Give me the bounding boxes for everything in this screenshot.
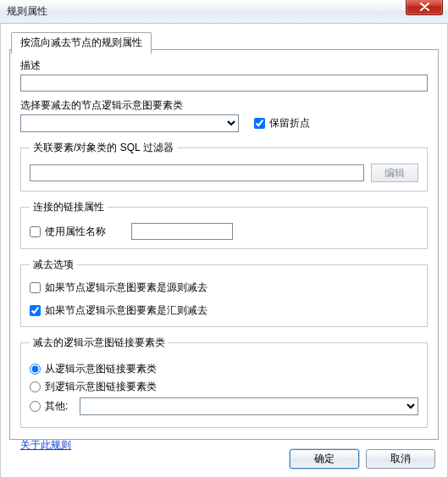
desc-label: 描述 bbox=[20, 58, 428, 73]
desc-input[interactable] bbox=[20, 75, 428, 92]
title-bar: 规则属性 bbox=[0, 0, 448, 24]
linkclass-other-label: 其他: bbox=[45, 399, 68, 414]
client-area: 按流向减去节点的规则属性 描述 选择要减去的节点逻辑示意图要素类 保留折点 关联… bbox=[0, 24, 448, 478]
tab-main[interactable]: 按流向减去节点的规则属性 bbox=[11, 32, 152, 54]
if-sink-label: 如果节点逻辑示意图要素是汇则减去 bbox=[45, 303, 207, 318]
linkclass-group: 减去的逻辑示意图链接要素类 从逻辑示意图链接要素类 到逻辑示意图链接要素类 其他… bbox=[20, 336, 428, 428]
sql-filter-legend: 关联要素/对象类的 SQL 过滤器 bbox=[30, 141, 177, 155]
if-sink-checkbox[interactable] bbox=[30, 305, 41, 316]
conn-props-group: 连接的链接属性 使用属性名称 bbox=[20, 200, 428, 249]
tab-strip: 按流向减去节点的规则属性 bbox=[11, 32, 152, 54]
subtract-options-legend: 减去选项 bbox=[30, 258, 77, 272]
ok-button[interactable]: 确定 bbox=[290, 449, 359, 469]
close-button[interactable] bbox=[406, 0, 443, 15]
preserve-vertices-label: 保留折点 bbox=[269, 116, 310, 131]
if-sink-checkbox-wrap[interactable]: 如果节点逻辑示意图要素是汇则减去 bbox=[30, 303, 418, 318]
linkclass-from-radio[interactable] bbox=[30, 364, 41, 375]
sql-filter-input[interactable] bbox=[30, 164, 364, 181]
preserve-vertices-checkbox[interactable] bbox=[254, 118, 265, 129]
linkclass-from-wrap[interactable]: 从逻辑示意图链接要素类 bbox=[30, 362, 418, 376]
linkclass-other-wrap[interactable]: 其他: bbox=[30, 399, 68, 414]
preserve-vertices-checkbox-wrap[interactable]: 保留折点 bbox=[254, 116, 310, 131]
linkclass-legend: 减去的逻辑示意图链接要素类 bbox=[30, 336, 169, 350]
dialog-footer: 确定 取消 bbox=[290, 449, 435, 469]
about-rule-link[interactable]: 关于此规则 bbox=[20, 438, 71, 453]
if-source-checkbox[interactable] bbox=[30, 282, 41, 293]
sql-filter-group: 关联要素/对象类的 SQL 过滤器 编辑 bbox=[20, 141, 428, 192]
if-source-label: 如果节点逻辑示意图要素是源则减去 bbox=[45, 281, 207, 295]
propname-input[interactable] bbox=[131, 223, 233, 240]
sql-edit-button: 编辑 bbox=[371, 164, 418, 182]
use-propname-checkbox-wrap[interactable]: 使用属性名称 bbox=[30, 225, 106, 239]
linkclass-other-radio[interactable] bbox=[30, 401, 41, 412]
conn-props-legend: 连接的链接属性 bbox=[30, 200, 108, 214]
cancel-button[interactable]: 取消 bbox=[366, 449, 435, 469]
tab-panel: 描述 选择要减去的节点逻辑示意图要素类 保留折点 关联要素/对象类的 SQL 过… bbox=[9, 49, 439, 440]
linkclass-to-wrap[interactable]: 到逻辑示意图链接要素类 bbox=[30, 380, 418, 394]
use-propname-label: 使用属性名称 bbox=[45, 225, 106, 239]
window-title: 规则属性 bbox=[0, 4, 47, 19]
use-propname-checkbox[interactable] bbox=[30, 226, 41, 237]
select-class-dropdown[interactable] bbox=[20, 114, 239, 132]
if-source-checkbox-wrap[interactable]: 如果节点逻辑示意图要素是源则减去 bbox=[30, 281, 418, 295]
linkclass-to-label: 到逻辑示意图链接要素类 bbox=[45, 380, 157, 394]
linkclass-from-label: 从逻辑示意图链接要素类 bbox=[45, 362, 157, 376]
select-class-label: 选择要减去的节点逻辑示意图要素类 bbox=[20, 98, 428, 113]
subtract-options-group: 减去选项 如果节点逻辑示意图要素是源则减去 如果节点逻辑示意图要素是汇则减去 bbox=[20, 258, 428, 327]
linkclass-to-radio[interactable] bbox=[30, 381, 41, 392]
linkclass-other-dropdown[interactable] bbox=[80, 397, 418, 415]
close-icon bbox=[420, 3, 429, 11]
